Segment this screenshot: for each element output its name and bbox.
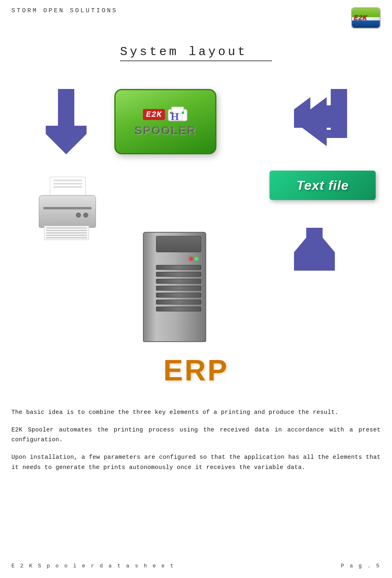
printer-body xyxy=(39,195,96,228)
text-file-label: Text file xyxy=(296,178,349,193)
company-name: STORM OPEN SOLUTIONS xyxy=(11,7,118,14)
footer-right: P a g . 5 xyxy=(341,563,381,569)
logo: E2K xyxy=(351,7,381,29)
printer-drawing xyxy=(33,175,102,240)
arrow-up-right xyxy=(294,228,335,285)
logo-text: E2K xyxy=(354,14,367,22)
spooler-logo: E2K H SPOOLER xyxy=(114,89,216,154)
paragraph-1: The basic idea is to combine the three k… xyxy=(11,407,381,418)
svg-marker-0 xyxy=(46,89,87,154)
paragraph-3: Upon installation, a few parameters are … xyxy=(11,452,381,472)
tower-body xyxy=(143,232,206,342)
paragraph-2: E2K Spooler automates the printing proce… xyxy=(11,425,381,445)
server-area xyxy=(131,216,220,346)
spooler-printer-icon: H xyxy=(167,106,188,122)
arrow-right-to-center xyxy=(294,89,347,146)
printer-area xyxy=(29,171,106,244)
erp-label: ERP xyxy=(20,353,372,387)
footer: E 2 K S p o o l e r d a t a s h e e t P … xyxy=(11,563,381,569)
server-drawing xyxy=(135,220,216,342)
svg-text:H: H xyxy=(171,111,179,122)
body-text: The basic idea is to combine the three k… xyxy=(0,399,392,472)
text-file-box: Text file xyxy=(270,171,376,200)
page-title-section: System layout xyxy=(0,45,392,64)
page-title: System layout xyxy=(120,45,272,61)
arrow-down-left xyxy=(46,89,87,154)
printer-output xyxy=(44,226,89,240)
e2k-badge: E2K xyxy=(143,109,165,120)
diagram: E2K H SPOOLER xyxy=(20,81,372,399)
spooler-label: SPOOLER xyxy=(135,124,196,137)
footer-left: E 2 K S p o o l e r d a t a s h e e t xyxy=(11,563,175,569)
svg-marker-13 xyxy=(294,228,335,252)
header: STORM OPEN SOLUTIONS E2K xyxy=(0,0,392,29)
svg-point-5 xyxy=(182,111,184,114)
erp-text: ERP xyxy=(163,354,229,387)
printer-paper xyxy=(50,177,86,197)
